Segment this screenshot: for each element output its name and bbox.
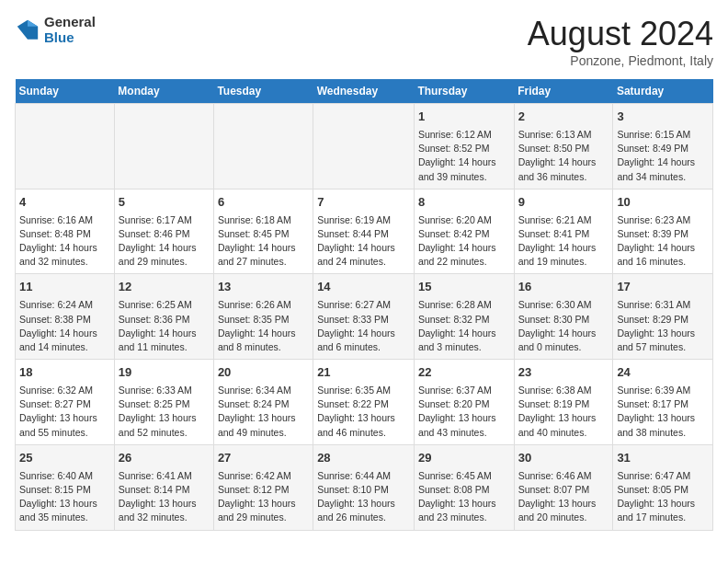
calendar-cell: 31Sunrise: 6:47 AMSunset: 8:05 PMDayligh… (613, 444, 713, 530)
date-number: 11 (19, 279, 110, 296)
page-title: August 2024 (528, 15, 713, 53)
page-subtitle: Ponzone, Piedmont, Italy (528, 53, 713, 68)
cell-info: Sunrise: 6:25 AM (119, 298, 210, 312)
date-number: 25 (19, 450, 110, 467)
cell-info: Sunrise: 6:21 AM (518, 213, 609, 227)
cell-info: Sunset: 8:17 PM (617, 397, 709, 411)
calendar-cell: 13Sunrise: 6:26 AMSunset: 8:35 PMDayligh… (213, 274, 313, 360)
date-number: 29 (418, 450, 510, 467)
cell-info: Daylight: 13 hours and 29 minutes. (218, 497, 309, 524)
calendar-cell: 27Sunrise: 6:42 AMSunset: 8:12 PMDayligh… (213, 444, 313, 530)
date-number: 16 (518, 279, 609, 296)
cell-info: Sunrise: 6:46 AM (518, 469, 609, 483)
cell-info: Sunrise: 6:39 AM (617, 384, 709, 397)
cell-info: Sunrise: 6:38 AM (518, 384, 609, 397)
week-row-2: 4Sunrise: 6:16 AMSunset: 8:48 PMDaylight… (16, 189, 713, 274)
cell-info: Daylight: 13 hours and 46 minutes. (317, 411, 410, 439)
cell-info: Sunset: 8:41 PM (518, 227, 609, 241)
date-number: 9 (518, 194, 609, 212)
cell-info: Sunrise: 6:13 AM (518, 128, 609, 142)
header-day-sunday: Sunday (16, 79, 115, 104)
calendar-cell: 30Sunrise: 6:46 AMSunset: 8:07 PMDayligh… (514, 444, 613, 530)
cell-info: Daylight: 14 hours and 0 minutes. (518, 327, 609, 354)
date-number: 24 (617, 364, 709, 382)
logo-blue: Blue (44, 30, 96, 46)
date-number: 19 (119, 364, 210, 382)
calendar-cell: 14Sunrise: 6:27 AMSunset: 8:33 PMDayligh… (313, 274, 415, 360)
cell-info: Sunrise: 6:16 AM (19, 213, 110, 227)
cell-info: Daylight: 14 hours and 3 minutes. (418, 327, 510, 354)
cell-info: Sunrise: 6:20 AM (418, 213, 510, 227)
title-block: August 2024 Ponzone, Piedmont, Italy (528, 15, 713, 68)
date-number: 28 (317, 450, 410, 467)
header-day-wednesday: Wednesday (313, 79, 415, 104)
cell-info: Sunset: 8:05 PM (617, 483, 709, 497)
cell-info: Sunrise: 6:47 AM (617, 469, 709, 483)
cell-info: Daylight: 14 hours and 6 minutes. (317, 327, 410, 354)
cell-info: Sunrise: 6:41 AM (119, 469, 210, 483)
date-number: 3 (617, 109, 709, 126)
calendar-cell: 24Sunrise: 6:39 AMSunset: 8:17 PMDayligh… (613, 360, 713, 445)
date-number: 1 (418, 109, 510, 126)
cell-info: Sunrise: 6:24 AM (19, 298, 110, 312)
calendar-cell: 7Sunrise: 6:19 AMSunset: 8:44 PMDaylight… (313, 189, 415, 274)
date-number: 30 (518, 450, 609, 467)
cell-info: Sunset: 8:36 PM (119, 313, 210, 327)
cell-info: Sunset: 8:20 PM (418, 397, 510, 411)
calendar-cell: 16Sunrise: 6:30 AMSunset: 8:30 PMDayligh… (514, 274, 613, 360)
cell-info: Sunrise: 6:42 AM (218, 469, 309, 483)
calendar-cell: 19Sunrise: 6:33 AMSunset: 8:25 PMDayligh… (114, 360, 213, 445)
date-number: 31 (617, 450, 709, 467)
cell-info: Sunrise: 6:37 AM (418, 384, 510, 397)
cell-info: Sunset: 8:38 PM (19, 313, 110, 327)
calendar-cell: 10Sunrise: 6:23 AMSunset: 8:39 PMDayligh… (613, 189, 713, 274)
page-header: General Blue August 2024 Ponzone, Piedmo… (15, 15, 713, 68)
date-number: 13 (218, 279, 309, 296)
cell-info: Sunrise: 6:40 AM (19, 469, 110, 483)
svg-marker-1 (28, 19, 38, 26)
cell-info: Sunset: 8:30 PM (518, 313, 609, 327)
calendar-table: SundayMondayTuesdayWednesdayThursdayFrid… (15, 79, 713, 531)
header-day-tuesday: Tuesday (213, 79, 313, 104)
date-number: 7 (317, 194, 410, 212)
cell-info: Daylight: 13 hours and 32 minutes. (119, 497, 210, 524)
cell-info: Sunrise: 6:26 AM (218, 298, 309, 312)
calendar-cell: 26Sunrise: 6:41 AMSunset: 8:14 PMDayligh… (114, 444, 213, 530)
date-number: 8 (418, 194, 510, 212)
cell-info: Daylight: 13 hours and 57 minutes. (617, 327, 709, 354)
calendar-cell: 15Sunrise: 6:28 AMSunset: 8:32 PMDayligh… (414, 274, 514, 360)
header-day-saturday: Saturday (613, 79, 713, 104)
cell-info: Daylight: 14 hours and 24 minutes. (317, 241, 410, 269)
header-day-thursday: Thursday (414, 79, 514, 104)
date-number: 21 (317, 364, 410, 382)
cell-info: Sunset: 8:24 PM (218, 397, 309, 411)
cell-info: Daylight: 13 hours and 35 minutes. (19, 497, 110, 524)
date-number: 12 (119, 279, 210, 296)
date-number: 26 (119, 450, 210, 467)
cell-info: Sunrise: 6:30 AM (518, 298, 609, 312)
date-number: 17 (617, 279, 709, 296)
cell-info: Sunset: 8:29 PM (617, 313, 709, 327)
cell-info: Daylight: 14 hours and 39 minutes. (418, 155, 510, 183)
calendar-cell (16, 104, 115, 190)
cell-info: Daylight: 13 hours and 17 minutes. (617, 497, 709, 524)
date-number: 22 (418, 364, 510, 382)
cell-info: Daylight: 14 hours and 22 minutes. (418, 241, 510, 269)
calendar-cell: 8Sunrise: 6:20 AMSunset: 8:42 PMDaylight… (414, 189, 514, 274)
calendar-cell: 4Sunrise: 6:16 AMSunset: 8:48 PMDaylight… (16, 189, 115, 274)
cell-info: Sunrise: 6:35 AM (317, 384, 410, 397)
date-number: 2 (518, 109, 609, 126)
cell-info: Sunrise: 6:44 AM (317, 469, 410, 483)
cell-info: Sunset: 8:19 PM (518, 397, 609, 411)
logo-text: General Blue (44, 15, 96, 45)
cell-info: Sunset: 8:45 PM (218, 227, 309, 241)
calendar-cell (213, 104, 313, 190)
cell-info: Daylight: 13 hours and 55 minutes. (19, 411, 110, 439)
cell-info: Sunset: 8:10 PM (317, 483, 410, 497)
cell-info: Daylight: 13 hours and 49 minutes. (218, 411, 309, 439)
date-number: 6 (218, 194, 309, 212)
cell-info: Sunset: 8:12 PM (218, 483, 309, 497)
calendar-cell: 18Sunrise: 6:32 AMSunset: 8:27 PMDayligh… (16, 360, 115, 445)
calendar-cell: 28Sunrise: 6:44 AMSunset: 8:10 PMDayligh… (313, 444, 415, 530)
cell-info: Sunrise: 6:19 AM (317, 213, 410, 227)
